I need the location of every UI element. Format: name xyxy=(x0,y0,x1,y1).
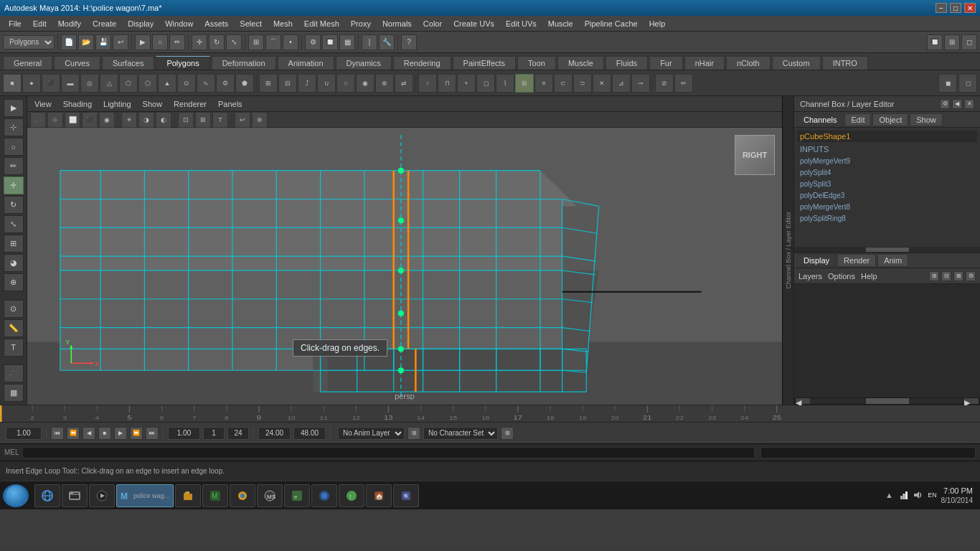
tool-annotation[interactable]: T xyxy=(4,339,24,357)
icon-append[interactable]: + xyxy=(457,74,476,93)
tab-painteffects[interactable]: PaintEffects xyxy=(453,56,517,70)
icon-poly-gear[interactable]: ⚙ xyxy=(216,74,235,93)
layer-icon-3[interactable]: ⊠ xyxy=(953,271,963,281)
vp-icon-display-field[interactable]: T xyxy=(212,112,228,128)
close-button[interactable]: ✕ xyxy=(964,3,976,13)
icon-poly-helix[interactable]: ∿ xyxy=(197,74,215,93)
tb-scale[interactable]: ⤡ xyxy=(226,34,242,50)
pb-field-2[interactable] xyxy=(203,427,225,440)
view-cube[interactable]: RIGHT xyxy=(735,135,775,175)
network-icon[interactable] xyxy=(898,489,910,501)
tb-open[interactable]: 📂 xyxy=(78,34,94,50)
pb-go-end[interactable]: ⏭ xyxy=(146,427,159,440)
menu-edit-mesh[interactable]: Edit Mesh xyxy=(298,18,345,29)
taskbar-explorer[interactable] xyxy=(62,484,88,507)
tab-animation[interactable]: Animation xyxy=(278,56,334,70)
layer-btn-options[interactable]: Options xyxy=(828,272,855,281)
menu-window[interactable]: Window xyxy=(159,18,199,29)
tool-snap[interactable]: ⊙ xyxy=(4,300,24,318)
icon-poly-pipe[interactable]: ⊙ xyxy=(177,74,196,93)
vp-icon-xray[interactable]: ⊡ xyxy=(178,112,194,128)
icon-insert-edge-loop[interactable]: ⊞ xyxy=(515,74,534,93)
tb-help[interactable]: ? xyxy=(401,34,417,50)
icon-poly-pyramid[interactable]: ▲ xyxy=(158,74,176,93)
pb-play-back[interactable]: ◀ xyxy=(83,427,95,440)
icon-separate[interactable]: ⊟ xyxy=(278,74,297,93)
taskbar-maya[interactable]: M police wag... xyxy=(116,484,174,507)
scroll-left[interactable]: ◀ xyxy=(796,398,810,404)
tool-show-manip[interactable]: ⊕ xyxy=(4,273,24,291)
tool-measure[interactable]: 📏 xyxy=(4,319,24,337)
icon-combine[interactable]: ⊞ xyxy=(259,74,278,93)
panel-close-btn[interactable]: ✕ xyxy=(964,99,974,109)
tab-general[interactable]: General xyxy=(3,56,52,70)
cmd-input[interactable] xyxy=(22,447,755,458)
menu-modify[interactable]: Modify xyxy=(52,18,87,29)
tab-ncloth[interactable]: nCloth xyxy=(726,56,771,70)
tb-snap-grid[interactable]: ⊞ xyxy=(248,34,264,50)
menu-edit[interactable]: Edit xyxy=(27,18,52,29)
lang-indicator[interactable]: EN xyxy=(927,489,938,501)
tab-fur[interactable]: Fur xyxy=(649,56,683,70)
volume-icon[interactable] xyxy=(913,489,924,501)
ch-polySplit4[interactable]: polySplit4 xyxy=(797,166,977,178)
icon-fill[interactable]: ◻ xyxy=(476,74,495,93)
ch-tab-channels[interactable]: Channels xyxy=(797,113,843,126)
icon-poly-torus[interactable]: ◎ xyxy=(80,74,99,93)
menu-assets[interactable]: Assets xyxy=(199,18,234,29)
layer-icon-1[interactable]: ⊞ xyxy=(929,271,939,281)
icon-poly-plane[interactable]: ▬ xyxy=(61,74,80,93)
tb-snap-curve[interactable]: ⌒ xyxy=(265,34,281,50)
icon-bridge[interactable]: ⊓ xyxy=(438,74,456,93)
tb-render-settings[interactable]: ⚙ xyxy=(305,34,321,50)
icon-collapse[interactable]: ⊂ xyxy=(554,74,573,93)
tab-intro[interactable]: INTRO xyxy=(822,56,868,70)
character-set-select[interactable]: No Character Set xyxy=(423,427,498,440)
vp-menu-view[interactable]: View xyxy=(32,98,55,110)
display-tab-render[interactable]: Render xyxy=(837,254,876,267)
icon-sel-constraint[interactable]: ⊘ xyxy=(655,74,674,93)
system-clock[interactable]: 7:00 PM 8/10/2014 xyxy=(941,486,974,505)
anim-layer-select[interactable]: No Anim Layer xyxy=(338,427,405,440)
taskbar-files[interactable] xyxy=(175,484,201,507)
minimize-button[interactable]: − xyxy=(936,3,947,13)
vp-icon-undo-cam[interactable]: ↩ xyxy=(235,112,250,128)
vp-icon-camera[interactable]: 🎥 xyxy=(30,112,46,128)
scroll-right[interactable]: ▶ xyxy=(964,398,979,404)
taskbar-media[interactable] xyxy=(89,484,115,507)
icon-merge[interactable]: ⊃ xyxy=(573,74,592,93)
icon-bool-diff[interactable]: ∩ xyxy=(336,74,355,93)
display-tab-display[interactable]: Display xyxy=(797,254,836,267)
object-name[interactable]: pCubeShape1 xyxy=(797,131,977,142)
tab-surfaces[interactable]: Surfaces xyxy=(102,56,154,70)
menu-color[interactable]: Color xyxy=(418,18,448,29)
tool-soft-mod[interactable]: ◕ xyxy=(4,254,24,272)
tool-render-region[interactable]: ▦ xyxy=(4,384,24,402)
menu-select[interactable]: Select xyxy=(234,18,268,29)
tab-deformation[interactable]: Deformation xyxy=(212,56,276,70)
taskbar-app13[interactable]: 🔍 xyxy=(393,484,419,507)
tb-snap-point[interactable]: • xyxy=(283,34,298,50)
pb-field-1[interactable] xyxy=(168,427,200,440)
tb-save[interactable]: 💾 xyxy=(95,34,111,50)
tb-rotate[interactable]: ↻ xyxy=(209,34,225,50)
vp-icon-lights[interactable]: ☀ xyxy=(121,112,137,128)
tool-camera[interactable]: 🎥 xyxy=(4,364,24,382)
tab-polygons[interactable]: Polygons xyxy=(156,56,209,70)
tab-nhair[interactable]: nHair xyxy=(684,56,725,70)
tab-muscle[interactable]: Muscle xyxy=(557,56,604,70)
tab-dynamics[interactable]: Dynamics xyxy=(336,56,392,70)
taskbar-ie[interactable] xyxy=(34,484,60,507)
vp-menu-lighting[interactable]: Lighting xyxy=(100,98,134,110)
vp-menu-shading[interactable]: Shading xyxy=(60,98,95,110)
tb-lasso[interactable]: ○ xyxy=(152,34,168,50)
menu-create-uvs[interactable]: Create UVs xyxy=(448,18,500,29)
ch-tab-edit[interactable]: Edit xyxy=(844,113,871,126)
tab-rendering[interactable]: Rendering xyxy=(393,56,451,70)
tool-rotate[interactable]: ↻ xyxy=(4,196,24,214)
tb-select[interactable]: ▶ xyxy=(135,34,151,50)
ch-polyMergeVert8[interactable]: polyMergeVert8 xyxy=(797,201,977,212)
taskbar-eset[interactable]: e xyxy=(284,484,310,507)
pb-field-3[interactable] xyxy=(227,427,249,440)
current-frame-field[interactable] xyxy=(6,427,42,440)
